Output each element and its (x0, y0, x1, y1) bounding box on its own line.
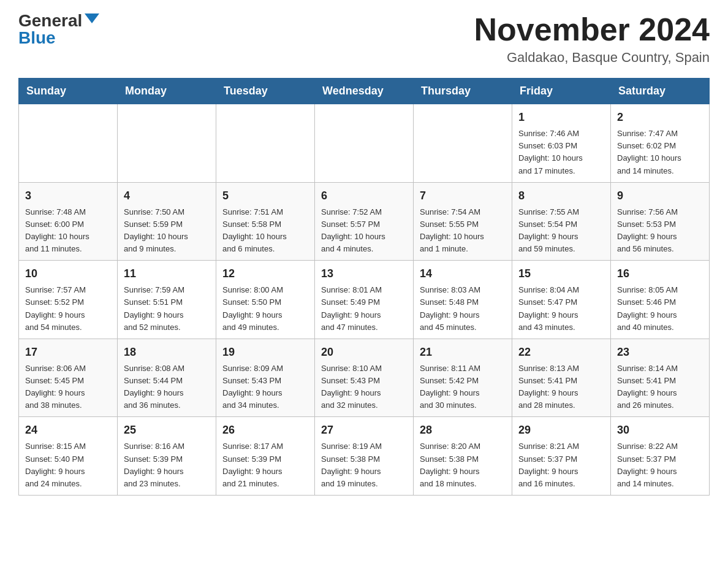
day-info: Sunrise: 7:52 AM Sunset: 5:57 PM Dayligh… (321, 206, 407, 256)
calendar-cell: 28Sunrise: 8:20 AM Sunset: 5:38 PM Dayli… (414, 417, 512, 496)
day-info: Sunrise: 8:13 AM Sunset: 5:41 PM Dayligh… (518, 362, 604, 412)
calendar-cell (315, 104, 414, 183)
day-info: Sunrise: 8:15 AM Sunset: 5:40 PM Dayligh… (25, 440, 111, 490)
day-info: Sunrise: 8:01 AM Sunset: 5:49 PM Dayligh… (321, 284, 407, 334)
calendar-week-row: 17Sunrise: 8:06 AM Sunset: 5:45 PM Dayli… (19, 339, 710, 417)
day-info: Sunrise: 8:09 AM Sunset: 5:43 PM Dayligh… (222, 362, 308, 412)
calendar-cell: 20Sunrise: 8:10 AM Sunset: 5:43 PM Dayli… (315, 339, 414, 417)
logo-general-text: General (18, 12, 82, 29)
day-info: Sunrise: 8:11 AM Sunset: 5:42 PM Dayligh… (420, 362, 506, 412)
day-info: Sunrise: 8:10 AM Sunset: 5:43 PM Dayligh… (321, 362, 407, 412)
day-number: 6 (321, 188, 407, 204)
calendar-week-row: 10Sunrise: 7:57 AM Sunset: 5:52 PM Dayli… (19, 261, 710, 339)
day-number: 28 (420, 422, 506, 439)
day-number: 4 (124, 188, 210, 204)
day-number: 9 (617, 188, 703, 204)
calendar-header-row: SundayMondayTuesdayWednesdayThursdayFrid… (19, 79, 710, 104)
calendar-cell: 21Sunrise: 8:11 AM Sunset: 5:42 PM Dayli… (414, 339, 512, 417)
calendar-cell: 29Sunrise: 8:21 AM Sunset: 5:37 PM Dayli… (512, 417, 611, 496)
logo-triangle-icon (85, 13, 99, 23)
calendar-cell: 10Sunrise: 7:57 AM Sunset: 5:52 PM Dayli… (19, 261, 118, 339)
day-number: 11 (124, 266, 210, 282)
calendar-cell: 22Sunrise: 8:13 AM Sunset: 5:41 PM Dayli… (512, 339, 611, 417)
title-block: November 2024 Galdakao, Basque Country, … (474, 12, 710, 66)
calendar-week-row: 3Sunrise: 7:48 AM Sunset: 6:00 PM Daylig… (19, 182, 710, 261)
day-number: 20 (321, 344, 407, 361)
calendar-week-row: 1Sunrise: 7:46 AM Sunset: 6:03 PM Daylig… (19, 104, 710, 183)
day-info: Sunrise: 8:06 AM Sunset: 5:45 PM Dayligh… (25, 362, 111, 412)
calendar-cell: 5Sunrise: 7:51 AM Sunset: 5:58 PM Daylig… (216, 182, 315, 261)
day-number: 12 (222, 266, 308, 282)
calendar-cell: 6Sunrise: 7:52 AM Sunset: 5:57 PM Daylig… (315, 182, 414, 261)
weekday-header-monday: Monday (118, 79, 216, 104)
calendar-cell: 3Sunrise: 7:48 AM Sunset: 6:00 PM Daylig… (19, 182, 118, 261)
day-info: Sunrise: 7:48 AM Sunset: 6:00 PM Dayligh… (25, 206, 111, 256)
day-number: 16 (617, 266, 703, 282)
calendar-cell: 26Sunrise: 8:17 AM Sunset: 5:39 PM Dayli… (216, 417, 315, 496)
day-info: Sunrise: 8:17 AM Sunset: 5:39 PM Dayligh… (222, 440, 308, 490)
day-info: Sunrise: 8:20 AM Sunset: 5:38 PM Dayligh… (420, 440, 506, 490)
calendar-cell: 8Sunrise: 7:55 AM Sunset: 5:54 PM Daylig… (512, 182, 611, 261)
day-number: 8 (518, 188, 604, 204)
day-number: 21 (420, 344, 506, 361)
calendar-table: SundayMondayTuesdayWednesdayThursdayFrid… (18, 78, 710, 496)
day-info: Sunrise: 8:14 AM Sunset: 5:41 PM Dayligh… (617, 362, 703, 412)
day-number: 10 (25, 266, 111, 282)
location-subtitle: Galdakao, Basque Country, Spain (474, 50, 710, 66)
day-info: Sunrise: 8:04 AM Sunset: 5:47 PM Dayligh… (518, 284, 604, 334)
calendar-cell: 2Sunrise: 7:47 AM Sunset: 6:02 PM Daylig… (611, 104, 710, 183)
day-info: Sunrise: 8:05 AM Sunset: 5:46 PM Dayligh… (617, 284, 703, 334)
day-info: Sunrise: 7:55 AM Sunset: 5:54 PM Dayligh… (518, 206, 604, 256)
day-info: Sunrise: 7:51 AM Sunset: 5:58 PM Dayligh… (222, 206, 308, 256)
calendar-cell (216, 104, 315, 183)
calendar-week-row: 24Sunrise: 8:15 AM Sunset: 5:40 PM Dayli… (19, 417, 710, 496)
day-number: 29 (518, 422, 604, 439)
day-number: 13 (321, 266, 407, 282)
logo-blue-text: Blue (18, 29, 56, 47)
weekday-header-saturday: Saturday (611, 79, 710, 104)
day-number: 25 (124, 422, 210, 439)
calendar-cell: 14Sunrise: 8:03 AM Sunset: 5:48 PM Dayli… (414, 261, 512, 339)
day-number: 3 (25, 188, 111, 204)
calendar-cell (414, 104, 512, 183)
day-number: 7 (420, 188, 506, 204)
day-info: Sunrise: 7:59 AM Sunset: 5:51 PM Dayligh… (124, 284, 210, 334)
calendar-cell: 13Sunrise: 8:01 AM Sunset: 5:49 PM Dayli… (315, 261, 414, 339)
day-number: 26 (222, 422, 308, 439)
day-number: 5 (222, 188, 308, 204)
day-info: Sunrise: 8:22 AM Sunset: 5:37 PM Dayligh… (617, 440, 703, 490)
day-number: 15 (518, 266, 604, 282)
calendar-cell: 4Sunrise: 7:50 AM Sunset: 5:59 PM Daylig… (118, 182, 216, 261)
weekday-header-tuesday: Tuesday (216, 79, 315, 104)
calendar-cell: 18Sunrise: 8:08 AM Sunset: 5:44 PM Dayli… (118, 339, 216, 417)
day-info: Sunrise: 7:57 AM Sunset: 5:52 PM Dayligh… (25, 284, 111, 334)
day-number: 1 (518, 109, 604, 126)
calendar-cell: 25Sunrise: 8:16 AM Sunset: 5:39 PM Dayli… (118, 417, 216, 496)
day-info: Sunrise: 8:19 AM Sunset: 5:38 PM Dayligh… (321, 440, 407, 490)
day-number: 19 (222, 344, 308, 361)
weekday-header-wednesday: Wednesday (315, 79, 414, 104)
day-number: 24 (25, 422, 111, 439)
weekday-header-sunday: Sunday (19, 79, 118, 104)
calendar-cell: 15Sunrise: 8:04 AM Sunset: 5:47 PM Dayli… (512, 261, 611, 339)
day-info: Sunrise: 8:00 AM Sunset: 5:50 PM Dayligh… (222, 284, 308, 334)
calendar-cell: 11Sunrise: 7:59 AM Sunset: 5:51 PM Dayli… (118, 261, 216, 339)
day-number: 27 (321, 422, 407, 439)
calendar-cell: 17Sunrise: 8:06 AM Sunset: 5:45 PM Dayli… (19, 339, 118, 417)
weekday-header-thursday: Thursday (414, 79, 512, 104)
calendar-cell: 16Sunrise: 8:05 AM Sunset: 5:46 PM Dayli… (611, 261, 710, 339)
calendar-cell: 23Sunrise: 8:14 AM Sunset: 5:41 PM Dayli… (611, 339, 710, 417)
day-info: Sunrise: 8:08 AM Sunset: 5:44 PM Dayligh… (124, 362, 210, 412)
day-info: Sunrise: 8:21 AM Sunset: 5:37 PM Dayligh… (518, 440, 604, 490)
calendar-cell: 24Sunrise: 8:15 AM Sunset: 5:40 PM Dayli… (19, 417, 118, 496)
day-number: 2 (617, 109, 703, 126)
month-title: November 2024 (474, 12, 710, 47)
weekday-header-friday: Friday (512, 79, 611, 104)
day-number: 30 (617, 422, 703, 439)
calendar-cell (19, 104, 118, 183)
day-number: 14 (420, 266, 506, 282)
day-info: Sunrise: 8:16 AM Sunset: 5:39 PM Dayligh… (124, 440, 210, 490)
calendar-cell (118, 104, 216, 183)
day-number: 23 (617, 344, 703, 361)
day-info: Sunrise: 8:03 AM Sunset: 5:48 PM Dayligh… (420, 284, 506, 334)
